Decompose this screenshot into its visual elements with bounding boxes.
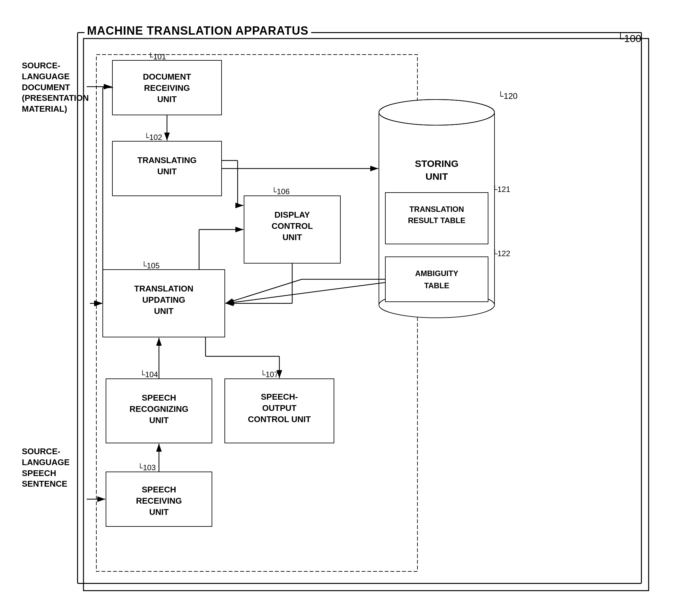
diagram-title: MACHINE TRANSLATION APPARATUS	[85, 24, 311, 37]
outer-box: MACHINE TRANSLATION APPARATUS	[77, 32, 642, 584]
source-language-document-label: SOURCE-LANGUAGEDOCUMENT(PRESENTATIONMATE…	[22, 60, 89, 115]
source-language-speech-label: SOURCE-LANGUAGESPEECHSENTENCE	[22, 446, 70, 490]
diagram-container: └100 MACHINE TRANSLATION APPARATUS SOURC…	[13, 13, 661, 603]
